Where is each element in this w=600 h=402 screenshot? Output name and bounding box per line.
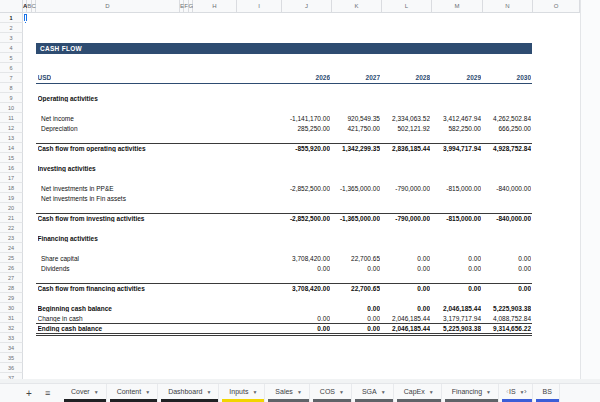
value-cell[interactable]: -840,000.00 <box>483 185 531 192</box>
sheet-tab-financing[interactable]: Financing▼ <box>445 384 499 402</box>
value-cell[interactable]: 0.00 <box>282 265 330 272</box>
value-cell[interactable]: 9,314,656.22 <box>483 325 531 332</box>
value-cell[interactable]: 2,836,185.44 <box>382 145 430 152</box>
sheet-tab-sga[interactable]: SGA▼ <box>355 384 394 402</box>
row-header-11[interactable]: 11 <box>0 113 23 123</box>
row-header-22[interactable]: 22 <box>0 223 23 233</box>
column-header-L[interactable]: L <box>382 0 432 13</box>
value-cell[interactable]: 2,046,185.44 <box>382 315 430 322</box>
column-header-D[interactable]: D <box>36 0 180 13</box>
row-header-10[interactable]: 10 <box>0 103 23 113</box>
column-header-I[interactable]: I <box>237 0 282 13</box>
tab-dropdown-icon[interactable]: ▼ <box>252 389 257 395</box>
value-cell[interactable]: 3,708,420.00 <box>282 285 330 292</box>
value-cell[interactable]: 0.00 <box>483 265 531 272</box>
row-label[interactable]: Operating activities <box>38 95 188 102</box>
vertical-scrollbar[interactable] <box>580 0 600 379</box>
value-cell[interactable]: 22,700.65 <box>332 285 380 292</box>
year-header-2027[interactable]: 2027 <box>332 74 380 81</box>
row-label[interactable]: Financing activities <box>38 235 188 242</box>
value-cell[interactable]: -815,000.00 <box>432 185 481 192</box>
sheet-tab-cos[interactable]: COS▼ <box>313 384 352 402</box>
row-header-23[interactable]: 23 <box>0 233 23 243</box>
tab-dropdown-icon[interactable]: ▼ <box>206 389 211 395</box>
row-header-9[interactable]: 9 <box>0 93 23 103</box>
cash-flow-banner[interactable]: CASH FLOW <box>36 43 532 54</box>
all-sheets-button[interactable]: ≡ <box>45 388 50 398</box>
value-cell[interactable]: 1,342,299.35 <box>332 145 380 152</box>
row-label[interactable]: Investing activities <box>38 165 188 172</box>
value-cell[interactable]: 3,994,717.94 <box>432 145 481 152</box>
row-header-34[interactable]: 34 <box>0 343 23 353</box>
row-header-33[interactable]: 33 <box>0 333 23 343</box>
tab-dropdown-icon[interactable]: ▼ <box>339 389 344 395</box>
row-header-3[interactable]: 3 <box>0 33 23 43</box>
value-cell[interactable]: -1,365,000.00 <box>332 185 380 192</box>
value-cell[interactable]: 0.00 <box>382 285 430 292</box>
row-header-35[interactable]: 35 <box>0 353 23 363</box>
tab-dropdown-icon[interactable]: ▼ <box>297 389 302 395</box>
row-label[interactable]: Dividends <box>41 265 191 272</box>
value-cell[interactable]: 0.00 <box>432 255 481 262</box>
value-cell[interactable]: 5,225,903.38 <box>483 305 531 312</box>
value-cell[interactable]: 0.00 <box>332 315 380 322</box>
prev-sheets-button[interactable]: ‹ <box>506 387 509 396</box>
year-header-2026[interactable]: 2026 <box>282 74 330 81</box>
year-header-2029[interactable]: 2029 <box>432 74 481 81</box>
value-cell[interactable]: -840,000.00 <box>483 215 531 222</box>
value-cell[interactable]: 0.00 <box>382 255 430 262</box>
row-header-17[interactable]: 17 <box>0 173 23 183</box>
row-header-5[interactable]: 5 <box>0 53 23 63</box>
value-cell[interactable]: 0.00 <box>332 265 380 272</box>
value-cell[interactable]: 0.00 <box>382 305 430 312</box>
row-header-26[interactable]: 26 <box>0 263 23 273</box>
value-cell[interactable]: 0.00 <box>282 325 330 332</box>
value-cell[interactable]: 4,262,502.84 <box>483 115 531 122</box>
fill-handle[interactable] <box>24 21 27 24</box>
value-cell[interactable]: 4,928,752.84 <box>483 145 531 152</box>
row-header-14[interactable]: 14 <box>0 143 23 153</box>
column-header-O[interactable]: O <box>533 0 580 13</box>
tab-dropdown-icon[interactable]: ▼ <box>429 389 434 395</box>
sheet-tab-cover[interactable]: Cover▼ <box>64 384 107 402</box>
usd-label[interactable]: USD <box>38 74 52 81</box>
row-header-7[interactable]: 7 <box>0 73 23 83</box>
row-header-32[interactable]: 32 <box>0 323 23 333</box>
row-label[interactable]: Net income <box>41 115 191 122</box>
row-label[interactable]: Cash flow from operating activities <box>38 145 188 152</box>
value-cell[interactable]: 582,250.00 <box>432 125 481 132</box>
value-cell[interactable]: 421,750.00 <box>332 125 380 132</box>
row-header-19[interactable]: 19 <box>0 193 23 203</box>
row-label[interactable]: Cash flow from financing activities <box>38 285 188 292</box>
value-cell[interactable]: 0.00 <box>432 285 481 292</box>
value-cell[interactable]: 0.00 <box>332 305 380 312</box>
row-header-12[interactable]: 12 <box>0 123 23 133</box>
value-cell[interactable]: 2,046,185.44 <box>382 325 430 332</box>
value-cell[interactable]: -1,365,000.00 <box>332 215 380 222</box>
row-label[interactable]: Beginning cash balance <box>38 305 188 312</box>
value-cell[interactable]: 5,225,903.38 <box>432 325 481 332</box>
row-label[interactable]: Change in cash <box>38 315 188 322</box>
value-cell[interactable]: -855,920.00 <box>282 145 330 152</box>
tab-dropdown-icon[interactable]: ▼ <box>381 389 386 395</box>
value-cell[interactable]: 666,250.00 <box>483 125 531 132</box>
value-cell[interactable]: 2,334,063.52 <box>382 115 430 122</box>
sheet-tab-sales[interactable]: Sales▼ <box>268 384 309 402</box>
value-cell[interactable]: 0.00 <box>432 265 481 272</box>
tab-dropdown-icon[interactable]: ▼ <box>94 389 99 395</box>
row-header-20[interactable]: 20 <box>0 203 23 213</box>
value-cell[interactable]: 0.00 <box>483 285 531 292</box>
column-header-J[interactable]: J <box>282 0 332 13</box>
value-cell[interactable]: -815,000.00 <box>432 215 481 222</box>
column-header-N[interactable]: N <box>483 0 533 13</box>
add-sheet-button[interactable]: + <box>26 388 32 399</box>
sheet-tab-dashboard[interactable]: Dashboard▼ <box>161 384 219 402</box>
value-cell[interactable]: 2,046,185.44 <box>432 305 481 312</box>
row-header-30[interactable]: 30 <box>0 303 23 313</box>
row-header-25[interactable]: 25 <box>0 253 23 263</box>
select-all-corner[interactable] <box>0 0 23 13</box>
row-header-28[interactable]: 28 <box>0 283 23 293</box>
row-header-6[interactable]: 6 <box>0 63 23 73</box>
row-label[interactable]: Cash flow from investing activities <box>38 215 188 222</box>
row-header-2[interactable]: 2 <box>0 23 23 33</box>
